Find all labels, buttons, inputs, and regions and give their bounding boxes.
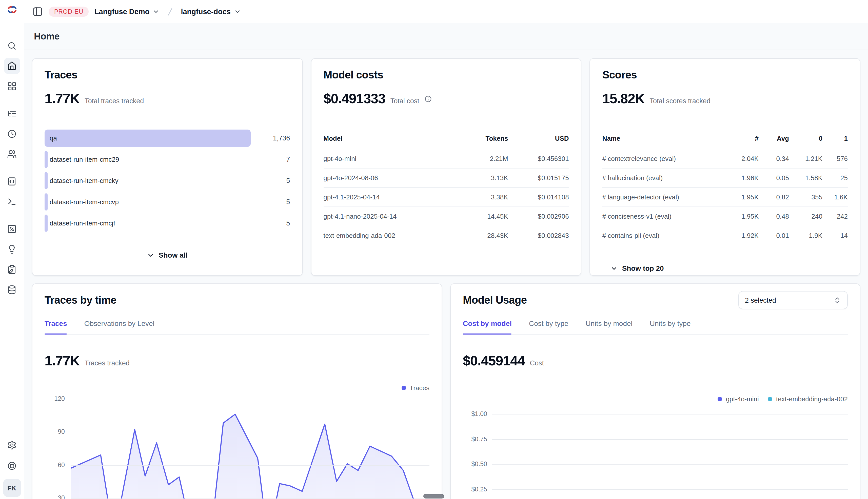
model-usage-card: Model Usage 2 selected Cost by modelCost… xyxy=(450,283,860,499)
info-icon[interactable] xyxy=(424,95,432,103)
chevron-down-icon xyxy=(234,8,241,15)
table-cell: 355 xyxy=(789,193,822,201)
sidebar-item-home[interactable] xyxy=(4,58,20,74)
table-row[interactable]: # contains-pii (eval)1.92K0.011.9K14 xyxy=(602,226,848,245)
sidebar-item-database[interactable] xyxy=(4,281,20,297)
sidebar-item-users[interactable] xyxy=(4,146,20,162)
legend-item: text-embedding-ada-002 xyxy=(768,395,848,403)
table-cell: 576 xyxy=(822,155,848,162)
table-header: Name#Avg01 xyxy=(602,135,848,149)
gridline xyxy=(71,498,429,499)
sidebar-item-list-tree[interactable] xyxy=(4,105,20,121)
trace-bar-row[interactable]: dataset-run-item-cmcky5 xyxy=(45,172,290,189)
home-icon xyxy=(7,61,17,71)
sidebar-item-search[interactable] xyxy=(4,37,20,54)
y-axis-tick: 90 xyxy=(45,428,65,436)
org-switcher[interactable]: Langfuse Demo xyxy=(94,7,160,15)
legend-item: gpt-4o-mini xyxy=(718,395,759,403)
trace-bar-row[interactable]: dataset-run-item-cmcvp5 xyxy=(45,193,290,210)
legend-label: text-embedding-ada-002 xyxy=(776,395,848,403)
table-header: ModelTokensUSD xyxy=(323,135,569,149)
tab-units-by-type[interactable]: Units by type xyxy=(650,319,691,334)
metric-value: 1.77K xyxy=(45,91,80,107)
card-title: Model costs xyxy=(323,69,569,81)
table-cell: 1.92K xyxy=(726,232,759,239)
scores-metric: 15.82K Total scores tracked xyxy=(602,91,711,107)
table-cell: 0.01 xyxy=(759,232,789,239)
table-cell: text-embedding-ada-002 xyxy=(323,232,452,239)
bar-label: dataset-run-item-cmcjf xyxy=(50,219,115,227)
table-cell: 1.9K xyxy=(789,232,822,239)
chevron-down-icon xyxy=(147,251,155,259)
terminal-icon xyxy=(7,197,17,206)
table-row[interactable]: gpt-4o-mini2.21M$0.456301 xyxy=(323,149,569,168)
avatar[interactable]: FK xyxy=(3,479,21,497)
database-icon xyxy=(7,285,17,294)
table-cell: # language-detector (eval) xyxy=(602,193,726,201)
table-cell: 0.48 xyxy=(759,212,789,220)
search-icon xyxy=(7,41,17,50)
sidebar-item-square-percent[interactable] xyxy=(4,221,20,237)
show-all-button[interactable]: Show all xyxy=(33,251,302,259)
metric-label: Total traces tracked xyxy=(85,97,144,105)
table-cell: 1.58K xyxy=(789,174,822,182)
sidebar-item-settings[interactable] xyxy=(4,437,20,453)
bar-count: 5 xyxy=(286,177,290,184)
trace-bar-row[interactable]: qa1,736 xyxy=(45,130,290,147)
horizontal-scrollbar-thumb[interactable] xyxy=(423,494,444,499)
table-cell: 3.13K xyxy=(452,174,508,182)
tab-units-by-model[interactable]: Units by model xyxy=(586,319,632,334)
page-header: Home xyxy=(24,23,868,50)
table-row[interactable]: # hallucination (eval)1.96K0.051.58K25 xyxy=(602,168,848,187)
tab-observations-by-level[interactable]: Observations by Level xyxy=(84,319,154,334)
table-row[interactable]: # contextrelevance (eval)2.04K0.341.21K5… xyxy=(602,149,848,168)
table-cell: 240 xyxy=(789,212,822,220)
sidebar-item-life-buoy[interactable] xyxy=(4,458,20,474)
sidebar-item-lightbulb[interactable] xyxy=(4,241,20,257)
project-name: langfuse-docs xyxy=(181,7,231,15)
sidebar-item-clipboard-pen[interactable] xyxy=(4,261,20,277)
table-cell: $0.015175 xyxy=(508,174,569,182)
layout-grid-icon xyxy=(7,81,17,91)
clock-icon xyxy=(7,129,17,138)
sidebar-item-terminal[interactable] xyxy=(4,193,20,209)
cards-row-1: Traces 1.77K Total traces tracked qa1,73… xyxy=(32,58,860,276)
bar-count: 1,736 xyxy=(273,134,290,142)
sidebar-toggle-button[interactable] xyxy=(33,6,43,17)
model-costs-card: Model costs $0.491333 Total cost ModelTo… xyxy=(311,58,581,276)
sidebar-item-file-braces[interactable] xyxy=(4,173,20,189)
legend-dot-icon xyxy=(402,386,406,390)
trace-bar-row[interactable]: dataset-run-item-cmcjf5 xyxy=(45,215,290,232)
bar-label: dataset-run-item-cmcvp xyxy=(50,198,119,206)
y-axis-tick: $1.00 xyxy=(463,411,487,417)
model-select[interactable]: 2 selected xyxy=(738,291,848,309)
table-row[interactable]: text-embedding-ada-00228.43K$0.002843 xyxy=(323,226,569,245)
table-cell: 2.04K xyxy=(726,155,759,162)
table-row[interactable]: # language-detector (eval)1.95K0.823551.… xyxy=(602,187,848,206)
sidebar-item-layout-grid[interactable] xyxy=(4,78,20,94)
table-row[interactable]: gpt-4.1-2025-04-143.38K$0.014108 xyxy=(323,187,569,206)
gridline xyxy=(71,399,429,399)
table-cell: 25 xyxy=(822,174,848,182)
show-top-20-button[interactable]: Show top 20 xyxy=(610,264,664,272)
tab-cost-by-type[interactable]: Cost by type xyxy=(529,319,569,334)
gridline xyxy=(492,414,848,414)
show-top-20-label: Show top 20 xyxy=(622,264,664,272)
metric-value: $0.491333 xyxy=(323,91,385,107)
bar-fill xyxy=(45,215,48,232)
tab-cost-by-model[interactable]: Cost by model xyxy=(463,319,512,334)
y-axis-tick: $0.50 xyxy=(463,461,487,467)
life-buoy-icon xyxy=(7,461,17,471)
table-row[interactable]: # conciseness-v1 (eval)1.95K0.48240242 xyxy=(602,206,848,226)
project-switcher[interactable]: langfuse-docs xyxy=(181,7,241,15)
trace-bar-row[interactable]: dataset-run-item-cmc297 xyxy=(45,151,290,168)
main-content: Traces 1.77K Total traces tracked qa1,73… xyxy=(24,50,868,499)
table-row[interactable]: gpt-4.1-nano-2025-04-1414.45K$0.002906 xyxy=(323,206,569,226)
slash-icon xyxy=(165,6,175,16)
table-row[interactable]: gpt-4o-2024-08-063.13K$0.015175 xyxy=(323,168,569,187)
tab-traces[interactable]: Traces xyxy=(45,319,67,334)
sidebar: FK xyxy=(0,0,24,499)
table-cell: 1.96K xyxy=(726,174,759,182)
sidebar-item-clock[interactable] xyxy=(4,125,20,142)
column-header: Name xyxy=(602,135,726,149)
